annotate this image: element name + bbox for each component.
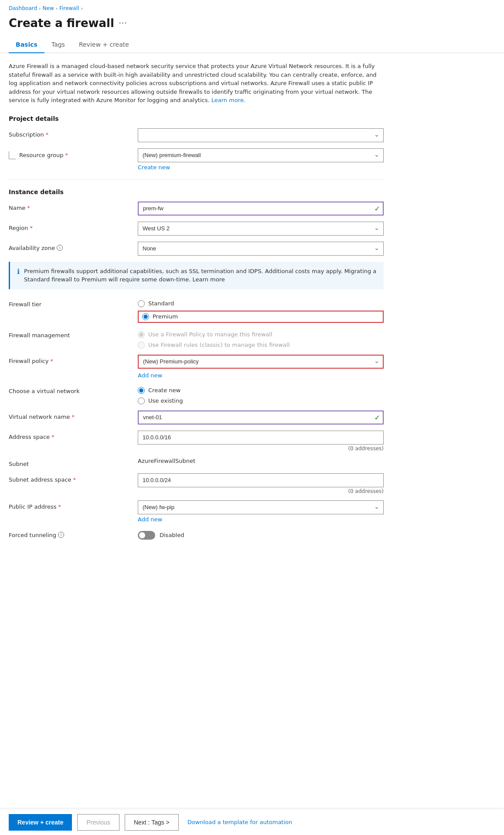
address-space-required: * (51, 434, 54, 440)
virtual-network-name-input-wrapper: ✓ (138, 411, 384, 424)
name-required: * (27, 205, 30, 211)
subnet-static-text: AzureFirewallSubnet (138, 455, 195, 464)
name-input-wrapper: ✓ (138, 202, 384, 216)
firewall-management-classic-option: Use Firewall rules (classic) to manage t… (138, 342, 384, 349)
public-ip-select-wrapper: (New) fw-pip (138, 500, 384, 514)
address-space-label: Address space * (9, 431, 131, 440)
virtual-network-choice-row: Choose a virtual network Create new Use … (9, 385, 384, 404)
public-ip-row: Public IP address * (New) fw-pip Add new (9, 500, 384, 523)
description-text: Azure Firewall is a managed cloud-based … (9, 62, 384, 105)
virtual-network-create-new-label: Create new (148, 387, 180, 394)
virtual-network-name-control: ✓ (138, 411, 384, 424)
previous-button[interactable]: Previous (77, 814, 119, 831)
availability-zone-select-wrapper: None (138, 242, 384, 256)
resource-group-select[interactable]: (New) premium-firewall (138, 148, 384, 162)
info-banner: ℹ Premium firewalls support additional c… (9, 262, 384, 289)
firewall-policy-required: * (50, 358, 53, 364)
public-ip-control: (New) fw-pip Add new (138, 500, 384, 523)
section-instance-details: Instance details (9, 188, 384, 195)
firewall-management-label: Firewall management (9, 329, 131, 339)
availability-zone-control: None (138, 242, 384, 256)
forced-tunneling-info-icon[interactable]: i (58, 532, 64, 538)
subnet-address-space-input[interactable] (138, 473, 384, 487)
subscription-select-wrapper (138, 128, 384, 142)
firewall-tier-premium-highlighted: Premium (138, 311, 384, 323)
virtual-network-name-input[interactable] (138, 411, 384, 424)
forced-tunneling-row: Forced tunneling i Disabled (9, 529, 384, 540)
virtual-network-choice-label: Choose a virtual network (9, 385, 131, 394)
public-ip-select[interactable]: (New) fw-pip (138, 500, 384, 514)
subnet-address-space-label: Subnet address space * (9, 473, 131, 483)
firewall-policy-select[interactable]: (New) Premium-policy (138, 355, 384, 369)
forced-tunneling-toggle-container: Disabled (138, 529, 384, 540)
address-space-control: (0 addresses) (138, 431, 384, 452)
firewall-policy-select-wrapper: (New) Premium-policy (138, 355, 384, 369)
breadcrumb-sep-1: › (39, 6, 41, 11)
forced-tunneling-slider (138, 531, 155, 540)
breadcrumb-firewall[interactable]: Firewall (59, 5, 79, 11)
add-new-firewall-policy-link[interactable]: Add new (138, 372, 384, 379)
firewall-tier-premium-radio[interactable] (142, 313, 149, 320)
subnet-address-space-row: Subnet address space * (0 addresses) (9, 473, 384, 494)
resource-group-control: (New) premium-firewall Create new (138, 148, 384, 171)
subscription-required: * (46, 131, 49, 138)
availability-zone-info-icon[interactable]: i (57, 245, 63, 251)
page-title: Create a firewall (9, 17, 114, 30)
region-select-wrapper: West US 2 (138, 222, 384, 236)
tab-basics[interactable]: Basics (9, 37, 44, 53)
virtual-network-create-new-option[interactable]: Create new (138, 387, 384, 394)
resource-group-required: * (65, 152, 68, 158)
name-input[interactable] (138, 202, 384, 216)
firewall-management-radio-group: Use a Firewall Policy to manage this fir… (138, 329, 384, 349)
firewall-policy-control: (New) Premium-policy Add new (138, 355, 384, 379)
firewall-policy-label: Firewall policy * (9, 355, 131, 364)
info-banner-icon: ℹ (17, 267, 20, 284)
section-project-details: Project details (9, 115, 384, 122)
region-row: Region * West US 2 (9, 222, 384, 236)
virtual-network-name-required: * (72, 414, 75, 420)
info-banner-text: Premium firewalls support additional cap… (24, 267, 377, 284)
download-template-link[interactable]: Download a template for automation (187, 819, 292, 825)
content-area: Azure Firewall is a managed cloud-based … (0, 53, 392, 589)
name-control: ✓ (138, 202, 384, 216)
breadcrumb: Dashboard › New › Firewall › (0, 0, 504, 15)
tab-review-create[interactable]: Review + create (72, 37, 136, 53)
breadcrumb-sep-3: › (81, 6, 82, 11)
firewall-management-classic-label: Use Firewall rules (classic) to manage t… (148, 342, 289, 348)
firewall-tier-premium-option[interactable]: Premium (142, 313, 178, 320)
firewall-tier-label: Firewall tier (9, 298, 131, 308)
subscription-select[interactable] (138, 128, 384, 142)
name-label: Name * (9, 202, 131, 211)
name-row: Name * ✓ (9, 202, 384, 216)
firewall-management-policy-radio (138, 331, 145, 338)
public-ip-required: * (58, 503, 61, 510)
subnet-row: Subnet AzureFirewallSubnet (9, 458, 384, 467)
region-select[interactable]: West US 2 (138, 222, 384, 236)
availability-zone-select[interactable]: None (138, 242, 384, 256)
add-new-public-ip-link[interactable]: Add new (138, 516, 162, 523)
page-menu-icon[interactable]: ··· (119, 18, 127, 28)
firewall-tier-standard-radio[interactable] (138, 300, 145, 307)
virtual-network-name-label: Virtual network name * (9, 411, 131, 420)
subnet-address-space-note: (0 addresses) (138, 488, 384, 494)
address-space-input[interactable] (138, 431, 384, 445)
breadcrumb-dashboard[interactable]: Dashboard (9, 5, 37, 11)
firewall-tier-row: Firewall tier Standard Premium (9, 298, 384, 323)
virtual-network-use-existing-radio[interactable] (138, 397, 145, 404)
subnet-label: Subnet (9, 458, 131, 467)
firewall-tier-standard-option[interactable]: Standard (138, 300, 384, 307)
virtual-network-use-existing-option[interactable]: Use existing (138, 397, 384, 404)
subscription-label: Subscription * (9, 128, 131, 138)
virtual-network-radio-group: Create new Use existing (138, 385, 384, 404)
address-space-row: Address space * (0 addresses) (9, 431, 384, 452)
breadcrumb-new[interactable]: New (43, 5, 54, 11)
learn-more-link[interactable]: Learn more. (211, 97, 245, 103)
tab-tags[interactable]: Tags (44, 37, 72, 53)
virtual-network-create-new-radio[interactable] (138, 387, 145, 394)
availability-zone-row: Availability zone i None (9, 242, 384, 256)
next-button[interactable]: Next : Tags > (125, 814, 179, 831)
create-new-resource-group-link[interactable]: Create new (138, 164, 170, 171)
subscription-control (138, 128, 384, 142)
review-create-button[interactable]: Review + create (9, 814, 72, 831)
forced-tunneling-toggle[interactable] (138, 531, 155, 540)
